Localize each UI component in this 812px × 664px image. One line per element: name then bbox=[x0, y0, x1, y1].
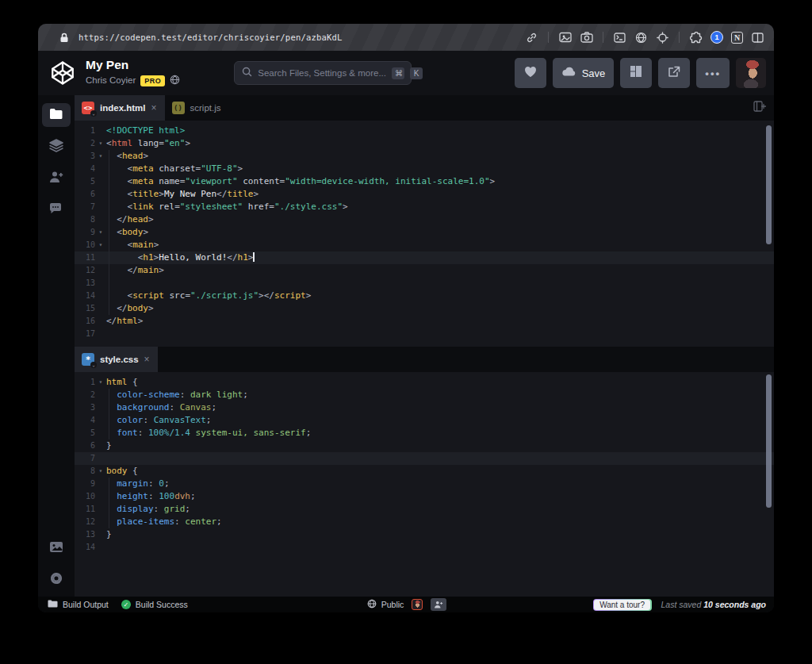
share-button[interactable] bbox=[658, 58, 690, 88]
lock-icon bbox=[57, 31, 71, 44]
sidebar-item-settings[interactable] bbox=[42, 568, 71, 592]
collaborator-avatar[interactable] bbox=[412, 599, 423, 610]
fold-arrow-icon[interactable]: ▾ bbox=[95, 465, 106, 478]
folder-small-icon bbox=[48, 600, 58, 609]
code-line[interactable]: 16</html> bbox=[75, 315, 774, 328]
code-line[interactable]: 2 color-scheme: dark light; bbox=[75, 389, 774, 401]
extensions-icon[interactable] bbox=[689, 31, 703, 44]
tab-label: script.js bbox=[190, 103, 221, 113]
fold-arrow-icon[interactable]: ▾ bbox=[95, 376, 106, 389]
build-output-button[interactable]: Build Output bbox=[48, 600, 109, 609]
code-line[interactable]: 6} bbox=[75, 439, 774, 452]
codepen-logo[interactable] bbox=[49, 59, 76, 86]
browser-chrome: https://codepen.test/editor/chriscoyier/… bbox=[38, 24, 774, 51]
css-editor-scrollbar[interactable] bbox=[766, 374, 772, 508]
image-icon bbox=[49, 541, 63, 556]
screenshot-icon[interactable] bbox=[558, 31, 572, 44]
user-avatar[interactable] bbox=[736, 58, 766, 88]
more-button[interactable]: ••• bbox=[696, 58, 730, 88]
code-line[interactable]: 13 bbox=[75, 277, 774, 290]
code-line[interactable]: 17 bbox=[75, 328, 774, 340]
code-line[interactable]: 2▾<html lang="en"> bbox=[75, 137, 774, 150]
tab-label: style.css bbox=[100, 355, 139, 364]
code-line[interactable]: 4 color: CanvasText; bbox=[75, 414, 774, 427]
search-input[interactable]: Search Files, Settings & more... ⌘ K bbox=[234, 61, 412, 85]
html-tabbar: <>⌄ index.html × () script.js bbox=[75, 95, 774, 121]
onepassword-icon[interactable]: 1 bbox=[710, 31, 723, 44]
code-line[interactable]: 8▾body { bbox=[75, 465, 774, 478]
divider bbox=[679, 32, 680, 43]
tab-index-html[interactable]: <>⌄ index.html × bbox=[75, 95, 165, 121]
text-caret bbox=[253, 252, 255, 262]
fold-arrow-icon[interactable]: ▾ bbox=[95, 137, 106, 150]
code-line[interactable]: 1▾html { bbox=[75, 376, 774, 389]
search-placeholder: Search Files, Settings & more... bbox=[258, 68, 386, 78]
sidebar-item-collaborators[interactable] bbox=[42, 167, 71, 190]
close-tab-icon[interactable]: × bbox=[144, 354, 150, 365]
save-button[interactable]: Save bbox=[553, 58, 615, 88]
cmd-key-badge: ⌘ bbox=[392, 67, 404, 79]
tab-script-js[interactable]: () script.js bbox=[165, 95, 229, 121]
build-success-label: Build Success bbox=[136, 600, 188, 609]
code-line[interactable]: 11 <h1>Hello, World!</h1> bbox=[75, 251, 774, 264]
user-plus-icon bbox=[49, 171, 63, 186]
code-line[interactable]: 9▾ <body> bbox=[75, 226, 774, 239]
css-code-editor[interactable]: 1▾html {2 color-scheme: dark light;3 bac… bbox=[75, 372, 774, 597]
processor-badge-icon: ⌄ bbox=[90, 110, 97, 117]
sidebar-item-files[interactable] bbox=[42, 103, 71, 127]
pen-author[interactable]: Chris Coyier bbox=[86, 75, 136, 86]
css-file-icon: *⌄ bbox=[82, 353, 94, 366]
love-button[interactable] bbox=[515, 58, 546, 88]
code-line[interactable]: 4 <meta charset="UTF-8"> bbox=[75, 163, 774, 175]
close-tab-icon[interactable]: × bbox=[151, 102, 157, 113]
fold-arrow-icon[interactable]: ▾ bbox=[95, 239, 106, 251]
browser-window: https://codepen.test/editor/chriscoyier/… bbox=[38, 24, 774, 612]
code-line[interactable]: 6 <title>My New Pen</title> bbox=[75, 188, 774, 201]
console-icon[interactable] bbox=[613, 31, 626, 44]
code-line[interactable]: 13} bbox=[75, 528, 774, 541]
code-line[interactable]: 3 background: Canvas; bbox=[75, 401, 774, 414]
code-line[interactable]: 3▾ <head> bbox=[75, 150, 774, 163]
html-code-editor[interactable]: 1<!DOCTYPE html>2▾<html lang="en">3▾ <he… bbox=[75, 121, 774, 347]
fold-arrow-icon[interactable]: ▾ bbox=[95, 150, 106, 163]
split-view-icon[interactable] bbox=[751, 31, 764, 44]
code-line[interactable]: 1<!DOCTYPE html> bbox=[75, 125, 774, 137]
code-line[interactable]: 5 <meta name="viewport" content="width=d… bbox=[75, 175, 774, 188]
globe-small-icon bbox=[367, 599, 377, 610]
code-line[interactable]: 10▾ <main> bbox=[75, 239, 774, 251]
code-line[interactable]: 9 margin: 0; bbox=[75, 478, 774, 490]
sidebar-item-assets[interactable] bbox=[42, 536, 71, 560]
code-line[interactable]: 11 display: grid; bbox=[75, 503, 774, 516]
html-editor-scrollbar[interactable] bbox=[766, 125, 772, 244]
code-line[interactable]: 10 height: 100dvh; bbox=[75, 490, 774, 503]
code-line[interactable]: 12 </main> bbox=[75, 264, 774, 277]
code-line[interactable]: 14 <script src="./script.js"></script> bbox=[75, 290, 774, 302]
network-icon[interactable] bbox=[634, 31, 648, 44]
heart-icon bbox=[524, 66, 537, 81]
code-line[interactable]: 15 </body> bbox=[75, 302, 774, 315]
add-collaborator-button[interactable] bbox=[431, 598, 446, 611]
url-bar[interactable]: https://codepen.test/editor/chriscoyier/… bbox=[79, 33, 343, 42]
globe-icon[interactable] bbox=[170, 74, 180, 88]
fold-arrow-icon[interactable]: ▾ bbox=[95, 226, 106, 239]
share-icon bbox=[668, 66, 680, 81]
add-pane-icon[interactable] bbox=[753, 101, 766, 115]
code-line[interactable]: 8 </head> bbox=[75, 213, 774, 226]
link-icon[interactable] bbox=[525, 31, 538, 44]
code-line[interactable]: 14 bbox=[75, 541, 774, 554]
tour-button[interactable]: Want a tour? bbox=[593, 599, 652, 611]
layout-button[interactable] bbox=[620, 58, 652, 88]
left-sidebar bbox=[38, 95, 75, 597]
notion-icon[interactable]: N bbox=[731, 32, 743, 44]
sidebar-item-layers[interactable] bbox=[42, 135, 71, 159]
camera-icon[interactable] bbox=[580, 31, 593, 44]
inspect-icon[interactable] bbox=[656, 31, 669, 44]
code-line[interactable]: 7 bbox=[75, 452, 774, 465]
visibility-toggle[interactable]: Public bbox=[367, 599, 404, 610]
code-line[interactable]: 12 place-items: center; bbox=[75, 516, 774, 528]
tab-style-css[interactable]: *⌄ style.css × bbox=[75, 347, 158, 372]
ellipsis-icon: ••• bbox=[705, 67, 721, 79]
code-line[interactable]: 5 font: 100%/1.4 system-ui, sans-serif; bbox=[75, 427, 774, 439]
code-line[interactable]: 7 <link rel="stylesheet" href="./style.c… bbox=[75, 201, 774, 213]
sidebar-item-comments[interactable] bbox=[42, 198, 71, 222]
